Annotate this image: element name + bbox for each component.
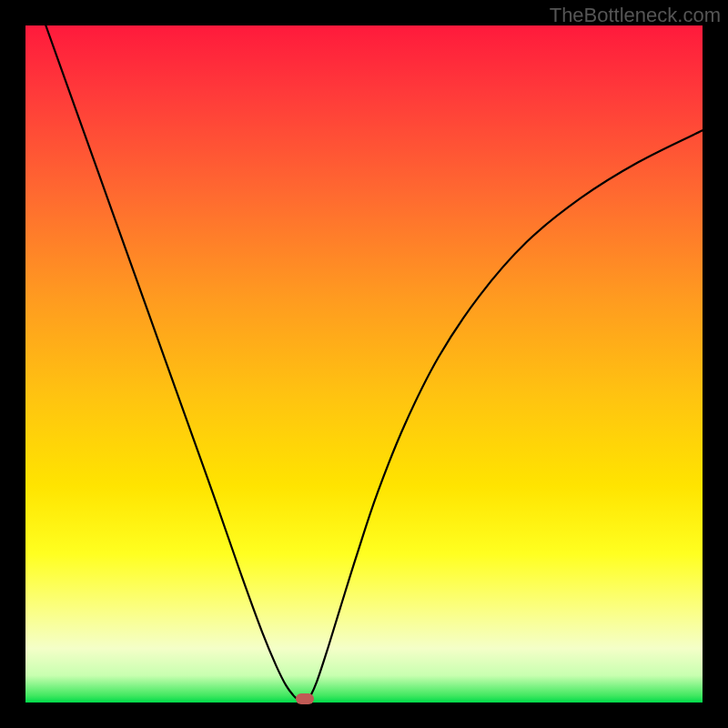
curve-svg [25,25,703,703]
chart-plot-area [25,25,703,703]
minimum-marker [296,693,314,704]
curve-path [46,25,703,703]
watermark-text: TheBottleneck.com [550,4,721,27]
